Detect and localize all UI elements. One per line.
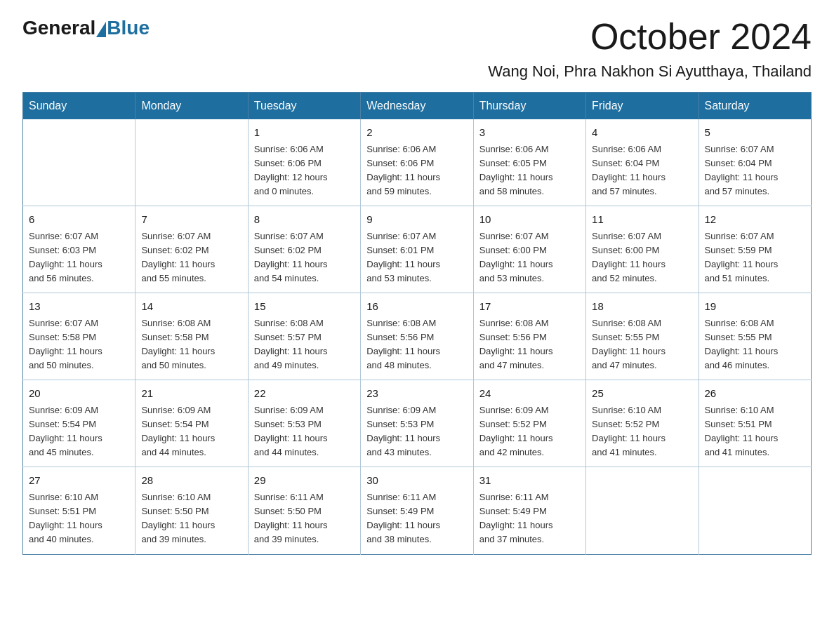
day-info: Sunrise: 6:08 AM Sunset: 5:56 PM Dayligh… <box>366 316 467 373</box>
day-number: 9 <box>366 212 467 228</box>
day-info: Sunrise: 6:10 AM Sunset: 5:51 PM Dayligh… <box>705 403 805 460</box>
page-header: General Blue October 2024 <box>22 17 812 57</box>
day-number: 21 <box>141 386 241 402</box>
day-number: 3 <box>479 125 580 141</box>
day-info: Sunrise: 6:07 AM Sunset: 6:00 PM Dayligh… <box>592 229 692 286</box>
day-info: Sunrise: 6:08 AM Sunset: 5:58 PM Dayligh… <box>141 316 241 373</box>
day-info: Sunrise: 6:09 AM Sunset: 5:53 PM Dayligh… <box>366 403 467 460</box>
day-number: 24 <box>479 386 580 402</box>
calendar-cell: 29Sunrise: 6:11 AM Sunset: 5:50 PM Dayli… <box>248 467 360 554</box>
calendar-cell: 28Sunrise: 6:10 AM Sunset: 5:50 PM Dayli… <box>135 467 248 554</box>
calendar-cell <box>135 119 248 206</box>
day-number: 20 <box>29 386 129 402</box>
day-info: Sunrise: 6:10 AM Sunset: 5:51 PM Dayligh… <box>29 490 129 547</box>
day-info: Sunrise: 6:11 AM Sunset: 5:49 PM Dayligh… <box>479 490 580 547</box>
day-info: Sunrise: 6:06 AM Sunset: 6:04 PM Dayligh… <box>592 142 692 199</box>
day-number: 26 <box>705 386 805 402</box>
calendar-cell: 30Sunrise: 6:11 AM Sunset: 5:49 PM Dayli… <box>361 467 473 554</box>
day-number: 13 <box>29 299 129 315</box>
logo-blue-text: Blue <box>107 17 150 39</box>
day-info: Sunrise: 6:07 AM Sunset: 6:01 PM Dayligh… <box>366 229 467 286</box>
day-info: Sunrise: 6:09 AM Sunset: 5:53 PM Dayligh… <box>254 403 355 460</box>
weekday-header-wednesday: Wednesday <box>361 93 473 120</box>
calendar-cell <box>23 119 135 206</box>
day-info: Sunrise: 6:08 AM Sunset: 5:55 PM Dayligh… <box>592 316 692 373</box>
day-number: 2 <box>366 125 467 141</box>
logo: General Blue <box>22 17 150 39</box>
day-info: Sunrise: 6:10 AM Sunset: 5:52 PM Dayligh… <box>592 403 692 460</box>
calendar-cell: 24Sunrise: 6:09 AM Sunset: 5:52 PM Dayli… <box>473 380 585 467</box>
calendar-cell: 8Sunrise: 6:07 AM Sunset: 6:02 PM Daylig… <box>248 206 360 293</box>
calendar-week-row: 1Sunrise: 6:06 AM Sunset: 6:06 PM Daylig… <box>23 119 812 206</box>
day-info: Sunrise: 6:07 AM Sunset: 6:04 PM Dayligh… <box>705 142 805 199</box>
day-info: Sunrise: 6:07 AM Sunset: 6:00 PM Dayligh… <box>479 229 580 286</box>
calendar-cell: 4Sunrise: 6:06 AM Sunset: 6:04 PM Daylig… <box>586 119 699 206</box>
day-number: 14 <box>141 299 241 315</box>
logo-triangle-icon <box>96 22 106 37</box>
calendar-week-row: 6Sunrise: 6:07 AM Sunset: 6:03 PM Daylig… <box>23 206 812 293</box>
day-info: Sunrise: 6:08 AM Sunset: 5:56 PM Dayligh… <box>479 316 580 373</box>
calendar-cell: 1Sunrise: 6:06 AM Sunset: 6:06 PM Daylig… <box>248 119 360 206</box>
day-info: Sunrise: 6:06 AM Sunset: 6:06 PM Dayligh… <box>254 142 355 199</box>
day-number: 28 <box>141 473 241 489</box>
calendar-cell: 22Sunrise: 6:09 AM Sunset: 5:53 PM Dayli… <box>248 380 360 467</box>
day-info: Sunrise: 6:07 AM Sunset: 6:02 PM Dayligh… <box>254 229 355 286</box>
logo-general-text: General <box>22 17 95 39</box>
calendar-week-row: 20Sunrise: 6:09 AM Sunset: 5:54 PM Dayli… <box>23 380 812 467</box>
day-info: Sunrise: 6:09 AM Sunset: 5:54 PM Dayligh… <box>29 403 129 460</box>
location-title: Wang Noi, Phra Nakhon Si Ayutthaya, Thai… <box>22 62 812 81</box>
calendar-cell: 12Sunrise: 6:07 AM Sunset: 5:59 PM Dayli… <box>699 206 811 293</box>
day-number: 1 <box>254 125 355 141</box>
day-number: 16 <box>366 299 467 315</box>
day-number: 17 <box>479 299 580 315</box>
day-number: 15 <box>254 299 355 315</box>
calendar-cell: 9Sunrise: 6:07 AM Sunset: 6:01 PM Daylig… <box>361 206 473 293</box>
day-info: Sunrise: 6:07 AM Sunset: 6:02 PM Dayligh… <box>141 229 241 286</box>
calendar-cell: 15Sunrise: 6:08 AM Sunset: 5:57 PM Dayli… <box>248 293 360 380</box>
calendar-cell: 16Sunrise: 6:08 AM Sunset: 5:56 PM Dayli… <box>361 293 473 380</box>
day-number: 6 <box>29 212 129 228</box>
day-number: 25 <box>592 386 692 402</box>
day-number: 4 <box>592 125 692 141</box>
calendar-cell: 23Sunrise: 6:09 AM Sunset: 5:53 PM Dayli… <box>361 380 473 467</box>
day-number: 18 <box>592 299 692 315</box>
day-info: Sunrise: 6:07 AM Sunset: 5:58 PM Dayligh… <box>29 316 129 373</box>
calendar-cell: 7Sunrise: 6:07 AM Sunset: 6:02 PM Daylig… <box>135 206 248 293</box>
day-number: 7 <box>141 212 241 228</box>
calendar-week-row: 13Sunrise: 6:07 AM Sunset: 5:58 PM Dayli… <box>23 293 812 380</box>
calendar-cell: 13Sunrise: 6:07 AM Sunset: 5:58 PM Dayli… <box>23 293 135 380</box>
calendar-cell: 5Sunrise: 6:07 AM Sunset: 6:04 PM Daylig… <box>699 119 811 206</box>
weekday-header-sunday: Sunday <box>23 93 135 120</box>
calendar-cell: 21Sunrise: 6:09 AM Sunset: 5:54 PM Dayli… <box>135 380 248 467</box>
calendar-header-row: SundayMondayTuesdayWednesdayThursdayFrid… <box>23 93 812 120</box>
day-number: 11 <box>592 212 692 228</box>
day-number: 8 <box>254 212 355 228</box>
calendar-table: SundayMondayTuesdayWednesdayThursdayFrid… <box>22 92 812 554</box>
calendar-cell: 14Sunrise: 6:08 AM Sunset: 5:58 PM Dayli… <box>135 293 248 380</box>
weekday-header-monday: Monday <box>135 93 248 120</box>
day-info: Sunrise: 6:09 AM Sunset: 5:54 PM Dayligh… <box>141 403 241 460</box>
day-info: Sunrise: 6:09 AM Sunset: 5:52 PM Dayligh… <box>479 403 580 460</box>
day-info: Sunrise: 6:06 AM Sunset: 6:05 PM Dayligh… <box>479 142 580 199</box>
calendar-cell: 26Sunrise: 6:10 AM Sunset: 5:51 PM Dayli… <box>699 380 811 467</box>
calendar-cell: 19Sunrise: 6:08 AM Sunset: 5:55 PM Dayli… <box>699 293 811 380</box>
day-info: Sunrise: 6:11 AM Sunset: 5:50 PM Dayligh… <box>254 490 355 547</box>
day-info: Sunrise: 6:07 AM Sunset: 5:59 PM Dayligh… <box>705 229 805 286</box>
day-info: Sunrise: 6:08 AM Sunset: 5:55 PM Dayligh… <box>705 316 805 373</box>
calendar-cell: 25Sunrise: 6:10 AM Sunset: 5:52 PM Dayli… <box>586 380 699 467</box>
weekday-header-tuesday: Tuesday <box>248 93 360 120</box>
day-info: Sunrise: 6:11 AM Sunset: 5:49 PM Dayligh… <box>366 490 467 547</box>
calendar-cell: 17Sunrise: 6:08 AM Sunset: 5:56 PM Dayli… <box>473 293 585 380</box>
calendar-cell: 18Sunrise: 6:08 AM Sunset: 5:55 PM Dayli… <box>586 293 699 380</box>
calendar-week-row: 27Sunrise: 6:10 AM Sunset: 5:51 PM Dayli… <box>23 467 812 554</box>
day-number: 30 <box>366 473 467 489</box>
calendar-cell: 31Sunrise: 6:11 AM Sunset: 5:49 PM Dayli… <box>473 467 585 554</box>
month-title: October 2024 <box>590 17 812 57</box>
day-number: 31 <box>479 473 580 489</box>
calendar-cell: 2Sunrise: 6:06 AM Sunset: 6:06 PM Daylig… <box>361 119 473 206</box>
month-location-block: October 2024 <box>590 17 812 57</box>
day-info: Sunrise: 6:08 AM Sunset: 5:57 PM Dayligh… <box>254 316 355 373</box>
calendar-cell: 27Sunrise: 6:10 AM Sunset: 5:51 PM Dayli… <box>23 467 135 554</box>
weekday-header-saturday: Saturday <box>699 93 811 120</box>
calendar-cell: 10Sunrise: 6:07 AM Sunset: 6:00 PM Dayli… <box>473 206 585 293</box>
